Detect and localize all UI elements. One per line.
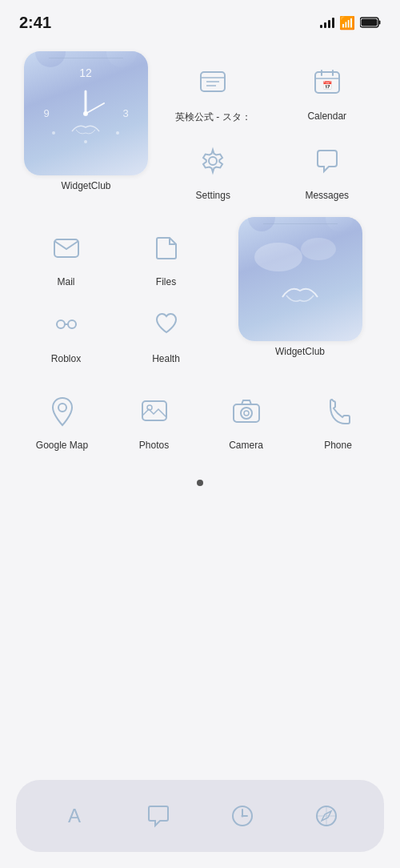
widgetclub-small-widget: [238, 217, 362, 341]
eiken-label: 英検公式 - スタ：: [175, 111, 251, 124]
svg-point-38: [241, 815, 243, 818]
battery-icon: [360, 17, 381, 28]
svg-text:A: A: [67, 805, 80, 826]
dock-item-messages[interactable]: [134, 792, 182, 840]
top-right-apps: 英検公式 - スタ： 📅 Calendar: [156, 51, 384, 207]
photos-label: Photos: [139, 440, 169, 451]
svg-rect-1: [379, 21, 381, 25]
photos-icon: [130, 387, 178, 435]
messages-label: Messages: [305, 190, 349, 201]
calendar-label: Calendar: [307, 111, 346, 122]
app-item-health[interactable]: Health: [116, 294, 216, 371]
settings-icon: [189, 137, 237, 185]
page-indicator: [0, 480, 400, 486]
dock-item-appstore[interactable]: A: [50, 792, 98, 840]
camera-icon: [222, 387, 270, 435]
app-item-googlemap[interactable]: Google Map: [16, 380, 108, 457]
widgetclub-widget-top[interactable]: 12 9 3: [16, 51, 156, 191]
svg-point-28: [58, 404, 66, 412]
roblox-icon: [42, 300, 90, 348]
camera-label: Camera: [229, 440, 263, 451]
wifi-icon: 📶: [339, 15, 355, 30]
svg-text:3: 3: [122, 107, 128, 119]
dock-messages-icon: [146, 803, 171, 829]
widgetclub-middle-label: WidgetClub: [275, 346, 325, 357]
files-label: Files: [156, 276, 176, 287]
phone-icon: [314, 387, 362, 435]
svg-point-11: [83, 111, 88, 116]
svg-point-33: [244, 411, 249, 416]
app-item-files[interactable]: Files: [116, 217, 216, 294]
dock-clock-icon: [230, 803, 255, 829]
app-item-messages[interactable]: Messages: [270, 131, 385, 207]
files-icon: [142, 223, 190, 271]
status-bar: 2:41 📶: [0, 0, 400, 38]
status-icons: 📶: [320, 15, 381, 30]
app-item-roblox[interactable]: Roblox: [16, 294, 116, 371]
app-item-settings[interactable]: Settings: [156, 131, 270, 207]
googlemap-icon: [38, 387, 86, 435]
dock-safari-icon: [314, 803, 339, 829]
app-item-calendar[interactable]: 📅 Calendar: [270, 51, 385, 131]
dock: A: [16, 780, 384, 852]
eiken-icon: [189, 58, 237, 106]
page-dot-active: [197, 480, 203, 486]
settings-label: Settings: [196, 190, 230, 201]
svg-line-10: [86, 103, 104, 114]
widgetclub-widget-middle[interactable]: WidgetClub: [216, 217, 384, 357]
appstore-icon: A: [62, 803, 87, 829]
svg-point-8: [116, 131, 119, 135]
svg-rect-29: [142, 401, 166, 420]
mail-label: Mail: [57, 276, 74, 287]
status-time: 2:41: [19, 14, 51, 32]
home-screen: 12 9 3: [0, 38, 400, 464]
bottom-icon-row: Google Map Photos Camera: [16, 374, 384, 464]
svg-point-27: [301, 238, 336, 260]
svg-point-26: [254, 243, 302, 271]
top-section: 12 9 3: [16, 45, 384, 214]
dock-item-clock[interactable]: [218, 792, 266, 840]
svg-text:12: 12: [79, 66, 92, 79]
svg-text:9: 9: [43, 107, 49, 119]
widgetclub-clock-widget: 12 9 3: [24, 51, 148, 175]
svg-text:📅: 📅: [322, 80, 333, 90]
calendar-icon: 📅: [303, 58, 351, 106]
signal-icon: [320, 17, 334, 28]
middle-left-apps: Mail Files: [16, 217, 216, 371]
widgetclub-top-label: WidgetClub: [61, 180, 110, 191]
googlemap-label: Google Map: [36, 440, 88, 451]
middle-section: Mail Files: [16, 214, 384, 374]
app-item-photos[interactable]: Photos: [108, 380, 200, 457]
svg-point-21: [209, 157, 217, 165]
app-item-eiken[interactable]: 英検公式 - スタ：: [156, 51, 270, 131]
health-label: Health: [152, 353, 180, 364]
messages-icon: [303, 137, 351, 185]
phone-label: Phone: [324, 440, 352, 451]
dock-item-safari[interactable]: [302, 792, 350, 840]
app-item-camera[interactable]: Camera: [200, 380, 292, 457]
app-item-mail[interactable]: Mail: [16, 217, 116, 294]
svg-point-24: [68, 320, 76, 328]
svg-rect-2: [362, 19, 378, 26]
clock-face: 12 9 3: [32, 59, 140, 167]
mail-icon: [42, 223, 90, 271]
roblox-label: Roblox: [51, 353, 81, 364]
health-icon: [142, 300, 190, 348]
svg-point-7: [52, 131, 55, 135]
svg-point-6: [84, 140, 87, 143]
svg-point-32: [241, 408, 252, 419]
widgetclub-small-svg: [246, 225, 354, 333]
svg-point-23: [57, 320, 65, 328]
app-item-phone[interactable]: Phone: [292, 380, 384, 457]
